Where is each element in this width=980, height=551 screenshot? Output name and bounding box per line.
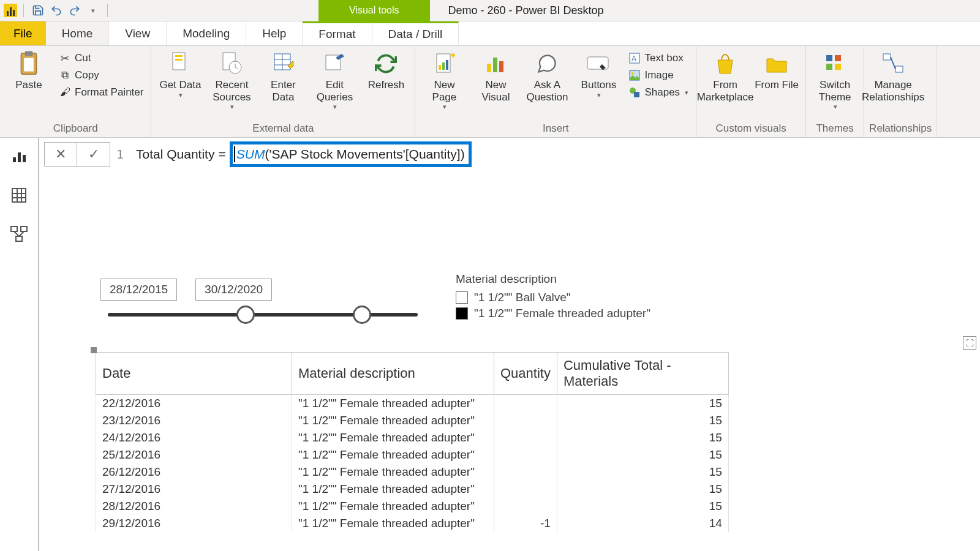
undo-button[interactable] [50,4,63,17]
formula-highlight: SUM('SAP Stock Movements'[Quantity]) [230,141,472,167]
group-rel-label: Relationships [869,121,932,136]
save-button[interactable] [31,4,45,17]
ribbon-tabs: File Home View Modeling Help Format Data… [0,21,980,46]
brush-icon: 🖌 [59,86,71,99]
tab-view[interactable]: View [109,21,167,45]
slider-handle-start[interactable] [236,305,255,324]
checkbox-filled-icon[interactable] [456,307,468,320]
tab-help[interactable]: Help [246,21,303,45]
header-date[interactable]: Date [96,353,292,395]
copy-icon: ⧉ [59,69,71,81]
checkbox-empty-icon[interactable] [456,291,468,304]
paste-button[interactable]: Paste [5,48,53,91]
header-cumulative[interactable]: Cumulative Total - Materials [557,353,728,395]
refresh-button[interactable]: Refresh [362,48,410,91]
table-row[interactable]: 26/12/2016"1 1/2"" Female threaded adupt… [96,463,729,481]
header-material[interactable]: Material description [292,353,494,395]
palette-icon [822,51,848,77]
formula-input[interactable]: Total Quantity = SUM('SAP Stock Movement… [136,142,472,167]
copy-button[interactable]: ⧉Copy [56,68,146,83]
svg-rect-29 [835,55,841,61]
formula-line-number: 1 [116,147,124,162]
svg-rect-4 [175,55,183,57]
image-button[interactable]: Image [626,68,691,83]
cut-button[interactable]: ✂Cut [56,51,146,66]
group-themes-label: Themes [811,121,859,136]
switch-theme-button[interactable]: Switch Theme [811,48,859,111]
group-insert-label: Insert [420,121,691,136]
from-marketplace-button[interactable]: From Marketplace [701,48,749,103]
svg-rect-30 [826,64,832,70]
formula-cancel-button[interactable]: ✕ [44,142,77,167]
format-painter-button[interactable]: 🖌Format Painter [56,85,146,100]
svg-rect-2 [24,58,34,72]
edit-queries-button[interactable]: Edit Queries [311,48,358,111]
manage-relationships-button[interactable]: Manage Relationships [869,48,917,103]
svg-rect-45 [16,236,22,241]
svg-text:✦: ✦ [449,51,455,61]
table-row[interactable]: 24/12/2016"1 1/2"" Female threaded adupt… [96,429,729,446]
focus-mode-button[interactable]: ⛶ [963,336,976,350]
legend-item-2[interactable]: "1 1/2"" Female threaded adupter" [456,307,650,320]
svg-rect-15 [442,62,445,70]
svg-rect-5 [175,59,183,61]
textbox-icon: A [628,52,641,64]
legend-item-1[interactable]: "1 1/2"" Ball Valve" [456,291,650,304]
table-visual[interactable]: ⛶ Date Material description Quantity Cum… [96,352,980,532]
legend-title: Material description [456,272,650,286]
textbox-button[interactable]: AText box [626,51,691,66]
svg-rect-18 [487,64,491,72]
slicer-start-date[interactable]: 28/12/2015 [100,279,177,301]
tab-modeling[interactable]: Modeling [167,21,246,45]
tab-format[interactable]: Format [303,21,372,45]
legend-slicer[interactable]: Material description "1 1/2"" Ball Valve… [456,272,650,323]
tab-home[interactable]: Home [46,21,110,45]
report-view-button[interactable] [8,145,30,167]
tab-data-drill[interactable]: Data / Drill [372,21,459,45]
table-row[interactable]: 23/12/2016"1 1/2"" Female threaded adupt… [96,412,729,429]
slicer-end-date[interactable]: 30/12/2020 [195,279,272,301]
header-quantity[interactable]: Quantity [494,353,557,395]
new-page-icon: ✦ [431,51,457,77]
report-canvas[interactable]: 28/12/2015 30/12/2020 Material descripti… [39,174,980,551]
title-bar: ▾ Visual tools Demo - 260 - Power BI Des… [0,0,980,21]
ask-question-button[interactable]: Ask A Question [523,48,571,103]
new-visual-button[interactable]: New Visual [472,48,519,103]
svg-point-25 [631,72,634,75]
date-slicer[interactable]: 28/12/2015 30/12/2020 [100,279,425,317]
table-header-row: Date Material description Quantity Cumul… [96,353,729,395]
table-row[interactable]: 22/12/2016"1 1/2"" Female threaded adupt… [96,395,729,413]
get-data-button[interactable]: Get Data [156,48,204,99]
pencil-table-icon [322,51,347,77]
formula-commit-button[interactable]: ✓ [77,142,110,167]
svg-rect-43 [11,227,17,231]
svg-rect-28 [826,55,832,61]
svg-rect-36 [18,152,21,162]
resize-handle[interactable] [91,347,97,353]
shapes-button[interactable]: Shapes [626,85,691,100]
tab-file[interactable]: File [0,21,46,45]
data-icon [167,51,193,77]
from-file-button[interactable]: From File [753,48,801,91]
slider-handle-end[interactable] [353,305,371,324]
chart-icon [483,51,508,77]
table-row[interactable]: 25/12/2016"1 1/2"" Female threaded adupt… [96,446,729,463]
svg-rect-16 [446,60,448,70]
svg-line-46 [14,231,19,236]
refresh-icon [373,51,399,77]
redo-button[interactable] [68,4,81,17]
formula-bar: ✕ ✓ 1 Total Quantity = SUM('SAP Stock Mo… [44,142,980,167]
table-row[interactable]: 28/12/2016"1 1/2"" Female threaded adupt… [96,498,729,515]
relationships-icon [880,51,906,77]
table-row[interactable]: 27/12/2016"1 1/2"" Female threaded adupt… [96,481,729,498]
data-view-button[interactable] [8,184,30,206]
buttons-button[interactable]: Buttons [575,48,622,99]
recent-sources-button[interactable]: Recent Sources [208,48,255,111]
table-row[interactable]: 29/12/2016"1 1/2"" Female threaded adupt… [96,515,729,532]
enter-data-button[interactable]: Enter Data [259,48,307,103]
qat-customize[interactable]: ▾ [86,4,100,17]
slider-track[interactable] [108,313,418,317]
model-view-button[interactable] [8,223,30,246]
window-title: Demo - 260 - Power BI Desktop [448,4,604,17]
new-page-button[interactable]: ✦New Page [420,48,468,111]
